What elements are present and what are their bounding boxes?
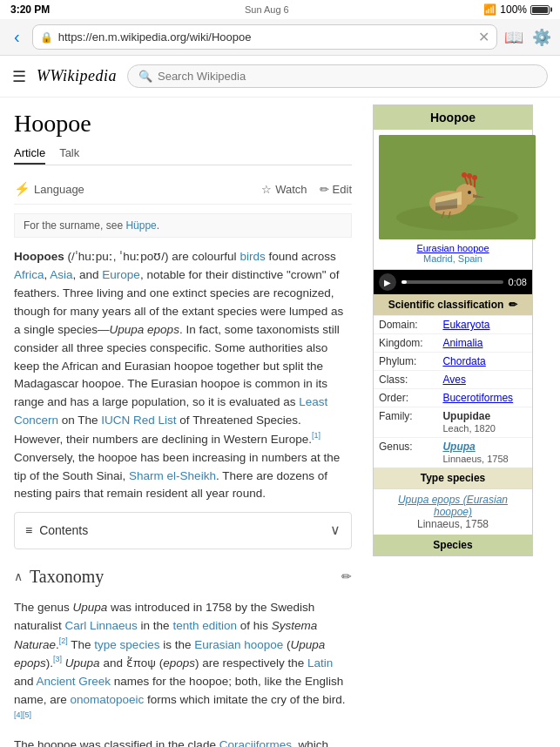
play-button[interactable]: ▶ xyxy=(379,273,396,291)
lock-icon: 🔒 xyxy=(40,31,53,44)
class-link[interactable]: Aves xyxy=(442,374,465,386)
battery-icon xyxy=(530,5,550,15)
phylum-label: Phylum: xyxy=(374,353,437,371)
type-species-link[interactable]: Upupa epops (Eurasian hoopoe) xyxy=(398,494,508,518)
svg-point-7 xyxy=(462,172,467,178)
language-button[interactable]: ⚡ Language xyxy=(14,181,84,197)
africa-link[interactable]: Africa xyxy=(14,268,44,281)
table-row: Family: Upupidae Leach, 1820 xyxy=(374,407,532,438)
note-text: For the surname, see xyxy=(24,219,125,232)
table-row: Kingdom: Animalia xyxy=(374,334,532,353)
domain-link[interactable]: Eukaryota xyxy=(442,319,489,331)
genus-link[interactable]: Upupa xyxy=(442,441,475,453)
species-section-label: Species xyxy=(433,539,472,551)
video-progress-fill xyxy=(401,280,407,284)
table-row: Genus: Upupa Linnaeus, 1758 xyxy=(374,438,532,468)
watch-button[interactable]: ☆ Watch xyxy=(261,183,307,196)
genus-author: Linnaeus, 1758 xyxy=(442,454,508,464)
order-value: Bucerotiformes xyxy=(437,389,532,407)
back-button[interactable]: ‹ xyxy=(9,25,25,49)
nav-bar: ‹ 🔒 https://en.m.wikipedia.org/wiki/Hoop… xyxy=(0,19,560,56)
order-label: Order: xyxy=(374,389,437,407)
genus-value: Upupa Linnaeus, 1758 xyxy=(437,438,532,468)
video-progress-bar xyxy=(401,280,503,284)
latin-link[interactable]: Latin xyxy=(307,656,333,670)
url-text: https://en.m.wikipedia.org/wiki/Hoopoe xyxy=(58,30,473,44)
table-row: Class: Aves xyxy=(374,371,532,389)
page-title: Hoopoe xyxy=(14,110,352,138)
status-icons: 📶 100% xyxy=(483,3,550,16)
note-link[interactable]: Hüppe xyxy=(125,219,156,232)
type-species-header: Type species xyxy=(374,468,532,488)
tab-talk[interactable]: Talk xyxy=(59,143,79,165)
iucn-link[interactable]: IUCN Red List xyxy=(101,414,176,427)
taxonomy-edit-icon[interactable]: ✏ xyxy=(341,568,352,587)
infobox-caption-2: Madrid, Spain xyxy=(423,253,482,264)
infobox-video[interactable]: ▶ 0:08 xyxy=(374,270,532,294)
type-species-label: Type species xyxy=(421,472,485,484)
bird-illustration xyxy=(379,135,536,239)
phylum-link[interactable]: Chordata xyxy=(442,355,485,367)
domain-label: Domain: xyxy=(374,316,437,334)
intro-paragraph: Hoopoes (/ˈhuːpuː, ˈhuːpoʊ/) are colourf… xyxy=(14,248,352,503)
wiki-logo[interactable]: WWikipedia xyxy=(37,67,117,85)
sci-edit-icon[interactable]: ✏ xyxy=(509,299,517,311)
status-bar: 3:20 PM Sun Aug 6 📶 100% xyxy=(0,0,560,19)
coraciiformes-link[interactable]: Coraciiformes xyxy=(219,738,292,747)
eurasian-link[interactable]: Eurasian hoopoe xyxy=(194,638,283,651)
note-end: . xyxy=(157,219,159,232)
watch-label: Watch xyxy=(275,183,307,196)
type-species-link[interactable]: type species xyxy=(94,638,159,651)
nav-actions: 📖 ⚙️ xyxy=(504,28,551,47)
chevron-down-icon: ∨ xyxy=(330,520,341,542)
wifi-icon: 📶 xyxy=(483,3,496,16)
url-bar[interactable]: 🔒 https://en.m.wikipedia.org/wiki/Hoopoe… xyxy=(32,24,497,50)
contents-box[interactable]: ≡ Contents ∨ xyxy=(14,512,352,549)
order-link[interactable]: Bucerotiformes xyxy=(442,392,513,404)
taxonomy-para-2: The hoopoe was classified in the clade C… xyxy=(14,737,352,747)
settings-icon[interactable]: ⚙️ xyxy=(532,28,551,47)
taxonomy-collapse-arrow[interactable]: ∧ xyxy=(14,568,23,587)
sci-classification-header: Scientific classification ✏ xyxy=(374,294,532,315)
sci-classification-label: Scientific classification xyxy=(388,299,504,311)
phylum-value: Chordata xyxy=(437,353,532,371)
kingdom-value: Animalia xyxy=(437,334,532,353)
onomatopoeic-link[interactable]: onomatopoeic xyxy=(71,693,145,706)
taxonomy-para-1: The genus Upupa was introduced in 1758 b… xyxy=(14,599,352,728)
search-input[interactable] xyxy=(158,70,536,83)
table-row: Order: Bucerotiformes xyxy=(374,389,532,407)
linnaeus-link[interactable]: Carl Linnaeus xyxy=(65,619,138,632)
contents-text: Contents xyxy=(39,522,88,541)
clear-icon[interactable]: ✕ xyxy=(478,29,489,45)
wiki-header: ☰ WWikipedia 🔍 xyxy=(0,56,560,98)
kingdom-link[interactable]: Animalia xyxy=(442,337,482,349)
greek-link[interactable]: Ancient Greek xyxy=(37,675,111,688)
tenth-edition-link[interactable]: tenth edition xyxy=(172,619,237,632)
contents-label: ≡ Contents xyxy=(25,522,88,541)
main-content: Hoopoe Article Talk ⚡ Language ☆ Watch ✏… xyxy=(0,98,366,747)
search-icon: 🔍 xyxy=(138,70,152,83)
menu-button[interactable]: ☰ xyxy=(12,67,26,86)
search-bar[interactable]: 🔍 xyxy=(127,64,548,88)
svg-point-10 xyxy=(468,191,471,194)
classification-table: Domain: Eukaryota Kingdom: Animalia Phyl… xyxy=(374,315,532,468)
infobox-caption-1: Eurasian hoopoe Madrid, Spain xyxy=(379,243,527,264)
article-tabs: Article Talk xyxy=(14,143,352,165)
battery-label: 100% xyxy=(500,3,527,16)
eurasian-hoopoe-caption-link[interactable]: Eurasian hoopoe xyxy=(416,243,489,253)
taxonomy-section-header: ∧ Taxonomy ✏ xyxy=(14,563,352,590)
infobox-bird-image[interactable] xyxy=(379,135,536,239)
birds-link[interactable]: birds xyxy=(240,250,265,263)
action-buttons-right: ☆ Watch ✏ Edit xyxy=(261,183,352,196)
asia-link[interactable]: Asia xyxy=(50,268,72,281)
type-species-author: Linnaeus, 1758 xyxy=(417,518,489,530)
status-date: Sun Aug 6 xyxy=(245,4,289,15)
svg-point-8 xyxy=(467,173,472,178)
sharm-link[interactable]: Sharm el-Sheikh xyxy=(129,469,216,482)
europe-link[interactable]: Europe xyxy=(102,268,140,281)
tab-article[interactable]: Article xyxy=(14,143,45,165)
page-content: Hoopoe Article Talk ⚡ Language ☆ Watch ✏… xyxy=(0,98,560,747)
edit-button[interactable]: ✏ Edit xyxy=(320,183,352,196)
bookmark-icon[interactable]: 📖 xyxy=(504,28,523,47)
domain-value: Eukaryota xyxy=(437,316,532,334)
